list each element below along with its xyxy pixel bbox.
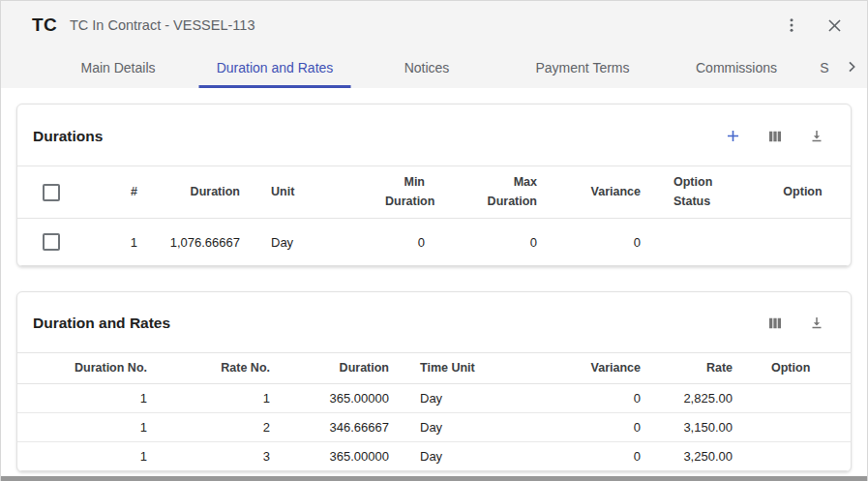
col-variance: Variance — [553, 166, 656, 219]
durations-title: Durations — [33, 128, 103, 145]
cell-time-unit: Day — [404, 442, 569, 471]
rates-row-2[interactable]: 1 2 346.66667 Day 0 3,150.00 — [17, 413, 852, 442]
col-duration: Duration — [153, 166, 255, 219]
durations-row-1[interactable]: 1 1,076.66667 Day 0 0 0 — [17, 219, 852, 266]
col-option: Option — [748, 353, 852, 384]
col-option-status: Option Status — [656, 166, 753, 219]
tab-notices[interactable]: Notices — [404, 49, 450, 85]
cell-duration: 365.00000 — [285, 442, 404, 471]
duration-and-rates-card: Duration and Rates Durati — [16, 291, 852, 472]
rates-row-3[interactable]: 1 3 365.00000 Day 0 3,250.00 — [17, 442, 852, 471]
row-checkbox[interactable] — [43, 233, 60, 251]
cell-rate-no: 2 — [163, 413, 285, 442]
rates-header-row: Duration No. Rate No. Duration Time Unit… — [17, 353, 852, 384]
col-number: # — [77, 166, 153, 219]
cell-rate-no: 1 — [163, 384, 285, 413]
tab-commissions[interactable]: Commissions — [696, 49, 777, 85]
tab-payment-terms[interactable]: Payment Terms — [536, 49, 630, 85]
col-unit: Unit — [255, 166, 344, 219]
kebab-menu-icon[interactable] — [781, 15, 802, 36]
cell-duration: 346.66667 — [285, 413, 404, 442]
cell-variance: 0 — [569, 442, 656, 471]
select-all-checkbox[interactable] — [43, 184, 60, 201]
cell-duration-no: 1 — [17, 442, 163, 471]
cell-variance: 0 — [553, 219, 656, 266]
tc-logo: TC — [32, 15, 57, 36]
duration-and-rates-table: Duration No. Rate No. Duration Time Unit… — [17, 352, 852, 471]
dialog-titlebar: TC TC In Contract - VESSEL-113 — [1, 1, 867, 49]
col-duration: Duration — [285, 353, 404, 384]
rates-row-1[interactable]: 1 1 365.00000 Day 0 2,825.00 — [17, 384, 852, 413]
cell-time-unit: Day — [404, 413, 569, 442]
col-option: Option — [753, 166, 852, 219]
columns-icon[interactable] — [764, 126, 786, 147]
cell-duration: 365.00000 — [285, 384, 404, 413]
tc-in-contract-dialog: TC TC In Contract - VESSEL-113 Main Deta… — [0, 0, 868, 481]
cell-option — [748, 442, 852, 471]
durations-card-header: Durations — [17, 105, 851, 165]
cell-option-status — [656, 219, 753, 266]
col-variance: Variance — [569, 353, 656, 384]
dialog-bottom-edge — [1, 476, 867, 481]
duration-and-rates-actions — [764, 313, 827, 334]
col-time-unit: Time Unit — [404, 353, 569, 384]
col-duration-no: Duration No. — [17, 353, 163, 384]
dialog-top-strip: TC TC In Contract - VESSEL-113 Main Deta… — [1, 1, 867, 88]
dialog-title: TC In Contract - VESSEL-113 — [70, 17, 255, 33]
cell-rate: 2,825.00 — [656, 384, 748, 413]
durations-header-row: # Duration Unit Min Duration Max Duratio… — [17, 166, 852, 219]
close-icon[interactable] — [823, 15, 846, 37]
col-max-duration: Max Duration — [440, 166, 553, 219]
active-tab-indicator — [199, 85, 351, 88]
columns-icon[interactable] — [764, 313, 786, 334]
cell-option — [753, 219, 852, 266]
tab-content-duration-and-rates: Durations — [1, 88, 867, 472]
cell-option — [748, 384, 852, 413]
tab-bar: Main Details Duration and Rates Notices … — [1, 49, 867, 88]
cell-time-unit: Day — [404, 384, 569, 413]
cell-rate-no: 3 — [163, 442, 285, 471]
add-icon[interactable] — [722, 125, 744, 147]
tab-duration-and-rates[interactable]: Duration and Rates — [217, 49, 334, 85]
tab-main-details[interactable]: Main Details — [80, 49, 155, 85]
cell-min-duration: 0 — [344, 219, 440, 266]
cell-rate: 3,250.00 — [656, 442, 748, 471]
tab-partial[interactable]: S — [820, 49, 828, 85]
download-icon[interactable] — [806, 126, 827, 147]
download-icon[interactable] — [806, 313, 827, 334]
cell-rate: 3,150.00 — [656, 413, 748, 442]
cell-max-duration: 0 — [440, 219, 553, 266]
cell-variance: 0 — [569, 413, 656, 442]
duration-and-rates-card-header: Duration and Rates — [17, 292, 851, 352]
durations-actions — [722, 125, 827, 147]
cell-duration-no: 1 — [17, 384, 163, 413]
durations-table: # Duration Unit Min Duration Max Duratio… — [17, 165, 852, 266]
cell-duration: 1,076.66667 — [153, 219, 255, 266]
cell-option — [748, 413, 852, 442]
cell-variance: 0 — [569, 384, 656, 413]
cell-number: 1 — [77, 219, 153, 266]
col-min-duration: Min Duration — [344, 166, 440, 219]
cell-unit: Day — [255, 219, 344, 266]
titlebar-actions — [781, 1, 846, 49]
col-rate: Rate — [656, 353, 748, 384]
cell-duration-no: 1 — [17, 413, 163, 442]
col-rate-no: Rate No. — [163, 353, 285, 384]
chevron-right-icon[interactable] — [842, 57, 861, 76]
durations-card: Durations — [16, 104, 852, 267]
duration-and-rates-title: Duration and Rates — [33, 315, 170, 332]
